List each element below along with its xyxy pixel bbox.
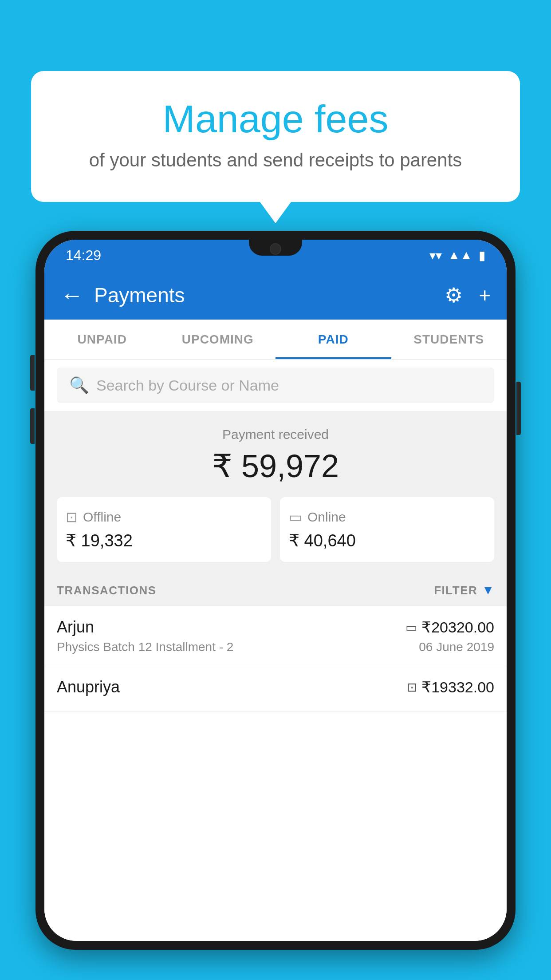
transaction-row-bottom: Physics Batch 12 Installment - 2 06 June… [57, 640, 494, 654]
tab-upcoming[interactable]: UPCOMING [160, 320, 276, 359]
phone-screen: 14:29 ▾▾ ▲▲ ▮ ← Payments ⚙ + UNPAID [44, 240, 507, 941]
payment-summary: Payment received ₹ 59,972 ⊡ Offline ₹ 19… [44, 411, 507, 574]
online-card-header: ▭ Online [289, 509, 346, 526]
payment-cards: ⊡ Offline ₹ 19,332 ▭ Online ₹ 40,640 [57, 497, 494, 562]
back-button[interactable]: ← [60, 282, 83, 308]
transaction-row[interactable]: Anupriya ⊡ ₹19332.00 [44, 666, 507, 712]
transaction-amount-wrapper: ▭ ₹20320.00 [405, 618, 494, 636]
card-payment-icon: ▭ [405, 620, 417, 635]
tab-paid[interactable]: PAID [276, 320, 391, 359]
power-button [516, 382, 521, 435]
add-button[interactable]: + [479, 283, 491, 307]
transaction-row-top: Arjun ▭ ₹20320.00 [57, 618, 494, 636]
transaction-amount: ₹19332.00 [421, 678, 494, 696]
app-bar: ← Payments ⚙ + [44, 271, 507, 320]
signal-icon: ▲▲ [448, 248, 472, 262]
volume-down-button [30, 408, 35, 444]
search-input[interactable]: Search by Course or Name [96, 377, 279, 394]
online-card: ▭ Online ₹ 40,640 [280, 497, 494, 562]
bubble-title: Manage fees [67, 98, 484, 141]
offline-amount: ₹ 19,332 [66, 531, 133, 550]
phone-frame: 14:29 ▾▾ ▲▲ ▮ ← Payments ⚙ + UNPAID [35, 231, 516, 950]
filter-label: FILTER [434, 584, 477, 597]
transaction-name: Arjun [57, 618, 94, 636]
offline-icon: ⊡ [66, 509, 78, 526]
wifi-icon: ▾▾ [429, 248, 442, 263]
online-amount: ₹ 40,640 [289, 531, 356, 550]
transactions-label: TRANSACTIONS [57, 584, 157, 597]
transactions-list: Arjun ▭ ₹20320.00 Physics Batch 12 Insta… [44, 606, 507, 941]
phone-notch [249, 240, 302, 256]
status-icons: ▾▾ ▲▲ ▮ [429, 248, 485, 263]
search-container: 🔍 Search by Course or Name [44, 360, 507, 411]
online-icon: ▭ [289, 509, 302, 526]
offline-card-header: ⊡ Offline [66, 509, 121, 526]
payment-received-label: Payment received [57, 427, 494, 442]
transaction-name: Anupriya [57, 678, 120, 696]
payment-total-amount: ₹ 59,972 [57, 447, 494, 485]
transaction-desc: Physics Batch 12 Installment - 2 [57, 640, 233, 654]
filter-button[interactable]: FILTER ▼ [434, 583, 494, 597]
phone-camera [270, 243, 281, 255]
offline-label: Offline [83, 510, 121, 525]
online-label: Online [307, 510, 346, 525]
transaction-row-top: Anupriya ⊡ ₹19332.00 [57, 678, 494, 696]
cash-payment-icon: ⊡ [407, 680, 417, 695]
transaction-row[interactable]: Arjun ▭ ₹20320.00 Physics Batch 12 Insta… [44, 606, 507, 666]
transactions-header: TRANSACTIONS FILTER ▼ [44, 574, 507, 606]
battery-icon: ▮ [479, 248, 485, 263]
search-icon: 🔍 [69, 376, 89, 395]
search-bar[interactable]: 🔍 Search by Course or Name [57, 368, 494, 403]
status-time: 14:29 [66, 247, 101, 264]
filter-icon: ▼ [482, 583, 494, 597]
tab-students[interactable]: STUDENTS [391, 320, 507, 359]
app-bar-actions: ⚙ + [445, 283, 491, 307]
promo-section: Manage fees of your students and send re… [31, 71, 520, 202]
tab-unpaid[interactable]: UNPAID [44, 320, 160, 359]
tabs: UNPAID UPCOMING PAID STUDENTS [44, 320, 507, 360]
transaction-amount-wrapper: ⊡ ₹19332.00 [407, 678, 494, 696]
offline-card: ⊡ Offline ₹ 19,332 [57, 497, 271, 562]
volume-up-button [30, 355, 35, 391]
transaction-amount: ₹20320.00 [421, 618, 494, 636]
transaction-date: 06 June 2019 [419, 640, 494, 654]
bubble-subtitle: of your students and send receipts to pa… [67, 150, 484, 171]
speech-bubble: Manage fees of your students and send re… [31, 71, 520, 202]
app-bar-title: Payments [94, 283, 445, 307]
settings-button[interactable]: ⚙ [445, 283, 463, 307]
phone-wrapper: 14:29 ▾▾ ▲▲ ▮ ← Payments ⚙ + UNPAID [35, 231, 516, 980]
